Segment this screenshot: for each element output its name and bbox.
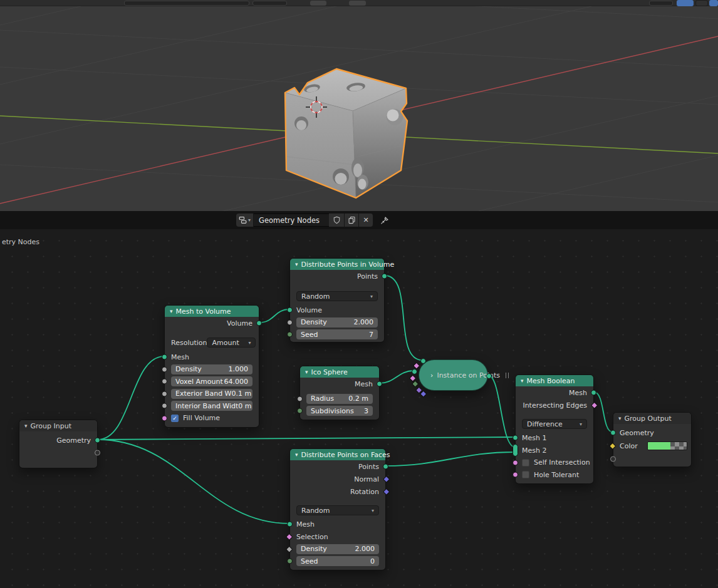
geometry-socket[interactable]: [95, 438, 100, 443]
voxel-amount-socket[interactable]: [162, 379, 167, 384]
points-socket[interactable]: [383, 464, 388, 470]
radius-socket[interactable]: [297, 396, 303, 401]
density-value-slider[interactable]: Density2.000: [296, 317, 378, 328]
mesh-socket[interactable]: [591, 390, 596, 396]
node-ico-sphere[interactable]: ▾Ico SphereMeshRadius0.2 mSubdivisions3: [299, 366, 380, 420]
collapsed-input-2-socket[interactable]: [412, 369, 417, 374]
node-header[interactable]: ▾Distribute Points on Faces: [290, 449, 385, 460]
difference-dropdown[interactable]: Difference▾: [522, 419, 587, 429]
node-mesh-to-volume[interactable]: ▾Mesh to VolumeVolumeResolutionAmount▾Me…: [164, 305, 259, 428]
self-intersection-socket[interactable]: [512, 460, 518, 465]
exterior-band-w-socket[interactable]: [162, 391, 167, 396]
volume-label: Volume: [296, 306, 322, 314]
collapse-chevron-icon[interactable]: ▾: [170, 309, 173, 314]
node-distribute-points-on-faces[interactable]: ▾Distribute Points on FacesPointsNormalR…: [289, 448, 386, 570]
collapsed-input-0-socket[interactable]: [420, 358, 426, 364]
seed-value-slider[interactable]: Seed0: [296, 556, 379, 566]
volume-socket[interactable]: [287, 307, 293, 313]
mesh-socket[interactable]: [377, 381, 382, 387]
self-intersection-checkbox[interactable]: [522, 459, 529, 467]
toolbar-fragment[interactable]: [349, 1, 366, 6]
pin-button[interactable]: [378, 214, 390, 227]
interior-band-widt-socket[interactable]: [162, 403, 167, 409]
collapse-chevron-icon[interactable]: ▾: [295, 452, 298, 458]
geometry-socket[interactable]: [610, 430, 616, 436]
node-title: Mesh Boolean: [527, 377, 575, 385]
seed-field-row: Seed7: [290, 329, 384, 341]
dropdown-value: Random: [301, 507, 330, 515]
unlink-button[interactable]: ✕: [359, 214, 373, 227]
collapse-chevron-icon[interactable]: ▾: [618, 416, 622, 421]
new-copy-button[interactable]: [345, 214, 359, 227]
seed-socket[interactable]: [287, 559, 293, 564]
intersecting-edges-socket[interactable]: [591, 402, 598, 409]
selection-socket[interactable]: [286, 534, 293, 540]
toolbar-fragment[interactable]: [649, 1, 673, 6]
seed-value-slider[interactable]: Seed7: [296, 329, 378, 339]
mesh-2-socket[interactable]: [512, 444, 518, 456]
density-value-slider[interactable]: Density2.000: [296, 544, 379, 554]
node-group-output[interactable]: ▾Group OutputGeometryColor: [613, 412, 692, 467]
instances-output-socket[interactable]: [486, 373, 492, 379]
node-header[interactable]: ▾Group Input: [19, 420, 97, 431]
normal-socket[interactable]: [383, 476, 390, 483]
mesh-1-input-row: Mesh 1: [516, 431, 593, 444]
seed-label: Seed: [301, 557, 318, 565]
collapsed-input-1-socket[interactable]: [413, 362, 420, 369]
voxel-amount-value-slider[interactable]: Voxel Amount64.000: [171, 376, 252, 386]
subdivisions-socket[interactable]: [297, 408, 303, 414]
volume-socket[interactable]: [256, 321, 262, 326]
toolbar-fragment[interactable]: [709, 0, 718, 6]
amount-dropdown[interactable]: Amount▾: [207, 338, 256, 348]
node-distribute-points-in-volume[interactable]: ▾Distribute Points in VolumePointsRandom…: [289, 258, 385, 343]
random-dropdown[interactable]: Random▾: [296, 505, 379, 515]
hole-tolerant-socket[interactable]: [512, 472, 518, 478]
nodetree-type-button[interactable]: ▾: [236, 214, 254, 227]
node-header[interactable]: ▾Mesh to Volume: [165, 306, 259, 317]
radius-value-slider[interactable]: Radius0.2 m: [306, 394, 373, 404]
collapse-chevron-icon[interactable]: ▾: [24, 423, 28, 429]
collapse-chevron-icon[interactable]: ▾: [521, 378, 524, 384]
interior-band-widt-value-slider[interactable]: Interior Band Widt0 m: [171, 401, 252, 411]
hole-tolerant-checkbox[interactable]: [522, 471, 529, 478]
fake-user-button[interactable]: [329, 214, 345, 227]
mesh-socket[interactable]: [162, 354, 167, 360]
collapse-chevron-icon[interactable]: ›: [430, 372, 433, 379]
subdivisions-value-slider[interactable]: Subdivisions3: [306, 406, 373, 416]
volume-label: Volume: [227, 319, 252, 328]
random-dropdown[interactable]: Random▾: [296, 291, 378, 301]
density-socket[interactable]: [287, 319, 293, 325]
node-header[interactable]: ▾Distribute Points in Volume: [290, 259, 384, 270]
rotation-socket[interactable]: [383, 488, 390, 495]
seed-socket[interactable]: [287, 332, 293, 338]
node-header[interactable]: ▾Mesh Boolean: [516, 375, 593, 386]
toolbar-fragment[interactable]: [252, 1, 287, 6]
density-socket[interactable]: [286, 545, 293, 552]
color-socket[interactable]: [609, 443, 616, 450]
fill-volume-socket[interactable]: [162, 415, 167, 421]
node-mesh-boolean[interactable]: ▾Mesh BooleanMeshIntersecting EdgesDiffe…: [515, 374, 594, 484]
exterior-band-w-value-slider[interactable]: Exterior Band W0.1 m: [171, 389, 252, 399]
density-value-slider[interactable]: Density1.000: [171, 364, 252, 374]
toolbar-fragment[interactable]: [124, 1, 249, 6]
nodetree-id-block: ▾ ✕: [236, 214, 373, 227]
node-header[interactable]: ▾Group Output: [613, 413, 691, 424]
nodetree-name-input[interactable]: [254, 214, 329, 227]
toolbar-fragment[interactable]: [677, 0, 694, 6]
mesh-1-socket[interactable]: [512, 435, 518, 441]
points-socket[interactable]: [382, 274, 387, 279]
node-header[interactable]: ▾Ico Sphere: [300, 366, 379, 378]
collapse-chevron-icon[interactable]: ▾: [305, 369, 308, 375]
density-value: 2.000: [354, 318, 374, 326]
density-socket[interactable]: [162, 366, 167, 372]
virtual-socket[interactable]: [95, 450, 100, 456]
toolbar-fragment[interactable]: [695, 0, 708, 6]
color-swatch[interactable]: [647, 441, 687, 450]
toolbar-fragment[interactable]: [310, 1, 326, 6]
collapse-chevron-icon[interactable]: ▾: [295, 262, 298, 267]
mesh-socket[interactable]: [287, 522, 293, 527]
node-group-input[interactable]: ▾Group InputGeometry: [19, 420, 98, 468]
node-instance-on-points[interactable]: ›Instance on Points: [419, 359, 488, 391]
virtual-socket[interactable]: [610, 456, 616, 462]
fill-volume-checkbox[interactable]: ✓: [171, 415, 179, 422]
